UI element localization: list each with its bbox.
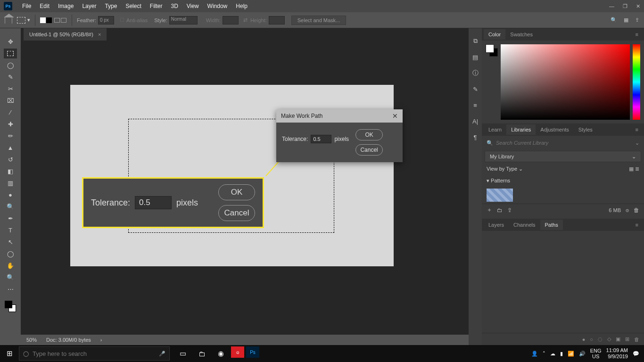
quick-select-tool[interactable]: ✎ — [4, 72, 17, 82]
history-brush-tool[interactable]: ↺ — [4, 155, 17, 165]
library-select[interactable]: My Library⌄ — [485, 151, 641, 162]
share-icon[interactable]: ⇪ — [635, 17, 639, 23]
tab-color[interactable]: Color — [484, 29, 505, 40]
lib-cloud-icon[interactable]: ⌾ — [626, 207, 629, 214]
pattern-thumbnail[interactable] — [487, 189, 513, 202]
library-search-chevron-icon[interactable]: ⌄ — [635, 140, 639, 146]
stamp-tool[interactable]: ▲ — [4, 143, 17, 153]
eraser-tool[interactable]: ◧ — [4, 166, 17, 176]
subtract-selection-icon[interactable] — [54, 18, 60, 23]
tab-paths[interactable]: Paths — [540, 220, 563, 230]
menu-help[interactable]: Help — [231, 1, 252, 11]
view-by[interactable]: View by Type ⌄ ▦ ≣ — [482, 163, 644, 175]
tab-styles[interactable]: Styles — [574, 124, 597, 135]
paths-stroke-icon[interactable]: ○ — [590, 337, 593, 342]
paths-trash-icon[interactable]: 🗑 — [634, 337, 639, 342]
taskbar-search-input[interactable] — [33, 350, 155, 357]
tray-notifications-icon[interactable]: 💬 — [633, 351, 639, 357]
heal-tool[interactable]: ✚ — [4, 119, 17, 129]
lib-add-icon[interactable]: ＋ — [487, 206, 492, 214]
dialog-cancel-button[interactable]: Cancel — [355, 144, 383, 156]
tab-adjustments[interactable]: Adjustments — [536, 124, 574, 135]
dodge-tool[interactable]: 🔍 — [4, 202, 17, 212]
tray-onedrive-icon[interactable]: ☁ — [550, 351, 555, 357]
workspace-icon[interactable]: ▦ — [624, 17, 628, 23]
search-icon[interactable]: 🔍 — [611, 17, 617, 23]
hue-slider[interactable] — [633, 44, 640, 120]
new-selection-icon[interactable] — [40, 17, 46, 23]
taskbar-chrome-icon[interactable]: ◉ — [212, 346, 229, 361]
edit-toolbar[interactable]: ⋯ — [4, 284, 17, 294]
tab-swatches[interactable]: Swatches — [505, 29, 537, 40]
style-select[interactable]: Normal — [169, 16, 198, 25]
tab-channels[interactable]: Channels — [509, 220, 540, 230]
start-button[interactable]: ⊞ — [0, 349, 19, 358]
lib-upload-icon[interactable]: ⇪ — [507, 207, 512, 214]
tray-language[interactable]: ENGUS — [590, 348, 602, 359]
color-swatches[interactable] — [4, 300, 17, 313]
dock-para-icon[interactable]: ¶ — [471, 133, 479, 141]
paths-fill-icon[interactable]: ● — [582, 337, 586, 342]
tray-up-icon[interactable]: ˄ — [543, 351, 545, 357]
menu-select[interactable]: Select — [121, 1, 145, 11]
status-chevron-icon[interactable]: › — [100, 337, 102, 343]
lasso-tool[interactable]: ◯ — [4, 60, 17, 70]
task-view-icon[interactable]: ▭ — [174, 346, 191, 361]
taskbar-cc-icon[interactable]: ⌾ — [231, 346, 244, 358]
tray-people-icon[interactable]: 👤 — [531, 351, 538, 357]
intersect-selection-icon[interactable] — [61, 18, 66, 23]
color-field[interactable] — [501, 44, 630, 120]
paths-mask-icon[interactable]: ▣ — [616, 336, 620, 342]
shape-tool[interactable]: ◯ — [4, 249, 17, 259]
eyedropper-tool[interactable]: ∕ — [4, 107, 17, 117]
menu-image[interactable]: Image — [54, 1, 78, 11]
library-search-input[interactable] — [496, 140, 635, 146]
menu-layer[interactable]: Layer — [78, 1, 100, 11]
lib-folder-icon[interactable]: 🗀 — [497, 207, 503, 214]
tab-libraries[interactable]: Libraries — [506, 124, 536, 135]
document-tab[interactable]: Untitled-1 @ 50% (RGB/8#) × — [24, 28, 107, 41]
taskbar-explorer-icon[interactable]: 🗀 — [193, 346, 210, 361]
mic-icon[interactable]: 🎤 — [159, 351, 165, 357]
select-and-mask-button[interactable]: Select and Mask... — [291, 16, 347, 25]
frame-tool[interactable]: ⌧ — [4, 96, 17, 106]
paths-panel[interactable] — [482, 231, 644, 333]
close-icon[interactable]: ✕ — [636, 3, 640, 9]
tolerance-input[interactable] — [311, 135, 331, 143]
pen-tool[interactable]: ✒ — [4, 214, 17, 223]
close-tab-icon[interactable]: × — [98, 32, 101, 37]
tray-clock[interactable]: 11:09 AM9/9/2019 — [606, 347, 628, 360]
taskbar-photoshop-icon[interactable]: Ps — [246, 346, 259, 358]
callout-ok-button[interactable]: OK — [218, 184, 255, 200]
minimize-icon[interactable]: — — [609, 3, 614, 9]
marquee-tool[interactable] — [4, 49, 17, 58]
paths-selection-icon[interactable]: ◌ — [598, 336, 603, 342]
restore-icon[interactable]: ❐ — [623, 3, 627, 9]
taskbar-search[interactable]: ◯ 🎤 — [19, 346, 170, 361]
callout-tolerance-input[interactable] — [135, 196, 172, 209]
tool-preset-icon[interactable] — [17, 17, 25, 24]
menu-3d[interactable]: 3D — [166, 1, 182, 11]
paths-panel-menu-icon[interactable]: ≡ — [632, 222, 642, 228]
crop-tool[interactable]: ✂ — [4, 84, 17, 94]
doc-info[interactable]: Doc: 3.00M/0 bytes — [46, 337, 91, 343]
dock-info-icon[interactable]: ⓘ — [471, 69, 479, 77]
dock-char-icon[interactable]: A| — [471, 117, 479, 125]
menu-file[interactable]: File — [18, 1, 35, 11]
path-select-tool[interactable]: ↖ — [4, 237, 17, 247]
hand-tool[interactable]: ✋ — [4, 261, 17, 271]
callout-cancel-button[interactable]: Cancel — [218, 205, 255, 221]
menu-type[interactable]: Type — [100, 1, 121, 11]
paths-new-icon[interactable]: ⊞ — [625, 336, 629, 342]
dock-adjust-icon[interactable]: ≡ — [471, 101, 479, 109]
dialog-ok-button[interactable]: OK — [355, 129, 383, 140]
dialog-close-icon[interactable]: ✕ — [392, 112, 398, 120]
move-tool[interactable]: ✥ — [4, 37, 17, 47]
patterns-section[interactable]: ▾ Patterns — [482, 175, 644, 187]
fg-bg-swatch[interactable] — [486, 44, 498, 120]
dock-properties-icon[interactable]: ▤ — [471, 53, 479, 61]
dialog-titlebar[interactable]: Make Work Path ✕ — [276, 109, 403, 123]
add-selection-icon[interactable] — [46, 17, 52, 23]
home-icon[interactable] — [5, 17, 12, 24]
tab-layers[interactable]: Layers — [484, 220, 509, 230]
